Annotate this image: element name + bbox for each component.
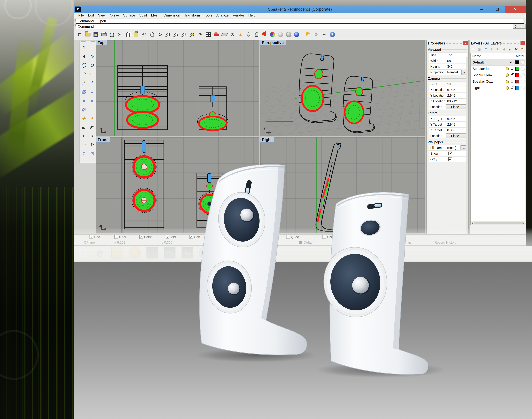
layer-tools-icon[interactable]: ⚒ — [513, 47, 519, 52]
move-left-icon[interactable]: ◀ — [501, 47, 506, 52]
panel-drag-handle[interactable] — [503, 43, 519, 44]
menu-surface[interactable]: Surface — [121, 13, 137, 17]
layer-lock-icon[interactable] — [511, 87, 513, 89]
new-layer-icon[interactable]: □ — [470, 47, 476, 52]
text-tool-icon[interactable]: T — [80, 149, 88, 158]
layer-material-icon[interactable] — [521, 67, 525, 71]
osnap-mid-checkbox[interactable] — [166, 235, 169, 239]
prop-value[interactable]: 582 — [446, 58, 467, 64]
menu-edit[interactable]: Edit — [86, 13, 96, 17]
explode-tool-icon[interactable]: ✦ — [88, 114, 96, 123]
media-app-icon[interactable] — [146, 247, 158, 259]
render-color-wheel-icon[interactable] — [269, 31, 276, 38]
polygon-tool-icon[interactable]: △ — [80, 78, 88, 87]
box-tool-icon[interactable]: ■ — [80, 96, 88, 105]
edit-curve-tool-icon[interactable]: ↪ — [80, 141, 88, 149]
options-gear-icon[interactable]: ⚙ — [313, 31, 319, 38]
undo-view-icon[interactable]: ↷ — [197, 31, 204, 38]
osnap-end-checkbox[interactable] — [89, 235, 93, 239]
open-file-icon[interactable] — [85, 31, 91, 38]
zoom-extents-icon[interactable] — [181, 31, 188, 38]
layer-color-swatch[interactable] — [515, 73, 519, 77]
layer-material-icon[interactable] — [521, 73, 525, 77]
layer-material-icon[interactable] — [521, 86, 525, 90]
column-name[interactable]: Name — [471, 54, 516, 58]
layer-row-speaker-felt[interactable]: Speaker felt — [471, 65, 525, 72]
sphere-tool-icon[interactable]: ● — [88, 96, 96, 105]
menu-view[interactable]: View — [96, 13, 108, 17]
viewport-perspective-label[interactable]: Perspective — [260, 40, 286, 45]
scroll-left-icon[interactable]: ◀ — [471, 222, 473, 224]
trim-tool-icon[interactable]: ◣ — [80, 123, 88, 131]
zoom-selected-icon[interactable] — [189, 31, 196, 38]
explode-icon[interactable]: ▲ — [237, 31, 244, 38]
gray-checkbox[interactable] — [448, 157, 452, 161]
lamp-icon[interactable] — [245, 31, 252, 38]
command-spinner[interactable]: ▲▼ — [513, 24, 518, 28]
control-points-tool-icon[interactable]: ○ — [88, 43, 96, 52]
target-place-button[interactable]: Place... — [446, 133, 467, 138]
rendered-viewport-icon[interactable] — [293, 31, 300, 38]
menu-mesh[interactable]: Mesh — [149, 13, 162, 17]
copy-icon[interactable] — [125, 31, 131, 38]
internet-explorer-icon[interactable]: e — [94, 247, 106, 259]
prop-value[interactable]: 342 — [446, 64, 467, 69]
command-scroll-left[interactable]: ‹ — [518, 24, 522, 28]
zoom-dynamic-icon[interactable] — [165, 31, 172, 38]
prop-value[interactable]: 0.000 — [446, 127, 467, 133]
photoshop-icon[interactable]: Ps — [164, 247, 176, 259]
ghosted-viewport-icon[interactable] — [285, 31, 292, 38]
minimize-button[interactable]: – — [474, 6, 489, 13]
layers-help-icon[interactable]: ? — [519, 47, 524, 52]
layer-color-swatch[interactable] — [515, 79, 519, 83]
layers-close-button[interactable]: x — [520, 41, 525, 45]
windows-start-icon[interactable] — [76, 247, 89, 259]
panel-drag-handle[interactable] — [446, 43, 462, 44]
undo-icon[interactable]: ↶ — [141, 31, 147, 38]
command-scroll-right[interactable]: › — [522, 24, 526, 28]
zoom-window-icon[interactable] — [173, 31, 179, 38]
viewport-top[interactable]: Top — [96, 40, 259, 136]
prop-value[interactable]: 80.212 — [446, 98, 467, 104]
scroll-right-icon[interactable]: ▶ — [523, 222, 524, 224]
firefox-icon[interactable] — [129, 247, 141, 259]
rotate-view-icon[interactable]: ↻ — [157, 31, 164, 38]
rectangle-tool-icon[interactable]: □ — [88, 69, 96, 78]
menu-render[interactable]: Render — [231, 13, 246, 17]
boolean-union-tool-icon[interactable]: ◐ — [80, 131, 88, 141]
properties-close-button[interactable]: x — [463, 41, 468, 45]
properties-scrollbar[interactable] — [466, 57, 469, 233]
viewport-layout-icon[interactable] — [205, 31, 212, 38]
layer-on-bulb-icon[interactable] — [506, 67, 509, 70]
prop-value[interactable]: 2.945 — [446, 122, 467, 127]
layer-color-swatch[interactable] — [515, 86, 519, 90]
sketch-icon[interactable] — [221, 31, 228, 38]
shaded-viewport-icon[interactable] — [277, 31, 284, 38]
menu-transform[interactable]: Transform — [182, 13, 202, 17]
curved-surface-tool-icon[interactable]: ◒ — [88, 87, 96, 96]
curve-tool-icon[interactable]: ∿ — [88, 52, 96, 61]
prop-value[interactable]: 6.985 — [446, 87, 467, 93]
layer-row-speaker-center[interactable]: Speaker Ce... — [471, 78, 525, 85]
viewport-perspective[interactable]: Perspective — [260, 40, 425, 136]
save-icon[interactable] — [92, 31, 99, 38]
command-input[interactable]: Command: — [76, 24, 524, 29]
menu-curve[interactable]: Curve — [108, 13, 121, 17]
layer-lock-icon[interactable] — [511, 74, 513, 76]
boolean-difference-tool-icon[interactable]: ◑ — [88, 131, 96, 141]
object-snap-icon[interactable]: ⌖ — [321, 31, 328, 38]
menu-analyze[interactable]: Analyze — [214, 13, 231, 17]
rebuild-tool-icon[interactable]: ↻ — [88, 141, 96, 149]
file-explorer-icon[interactable] — [111, 247, 123, 259]
delete-layer-icon[interactable]: ✕ — [483, 47, 488, 52]
layer-row-speaker-rim[interactable]: Speaker Rim — [471, 72, 525, 78]
new-file-icon[interactable]: □ — [76, 31, 83, 38]
circle-tool-icon[interactable]: ◯ — [80, 61, 88, 69]
layer-material-icon[interactable] — [521, 79, 525, 83]
array-tool-icon[interactable]: ⊞ — [88, 149, 96, 158]
cut-icon[interactable]: ✂ — [117, 31, 123, 38]
flag-icon[interactable] — [305, 31, 311, 38]
browse-button[interactable]: ... — [460, 145, 467, 150]
title-bar[interactable]: Speaker 2 - Rhinoceros (Corporate) – ✕ — [74, 6, 526, 13]
layer-color-swatch[interactable] — [515, 60, 519, 64]
